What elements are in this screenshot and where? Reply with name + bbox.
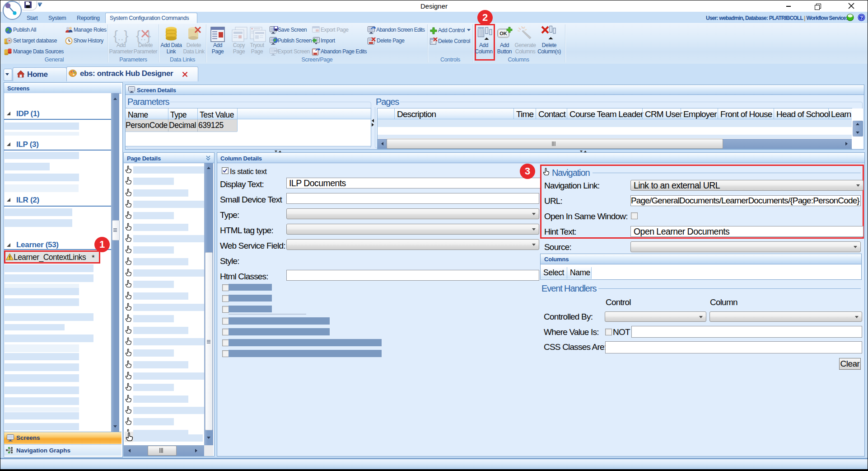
svg-text:?: ? (860, 15, 863, 20)
svg-text:OK: OK (499, 31, 507, 36)
